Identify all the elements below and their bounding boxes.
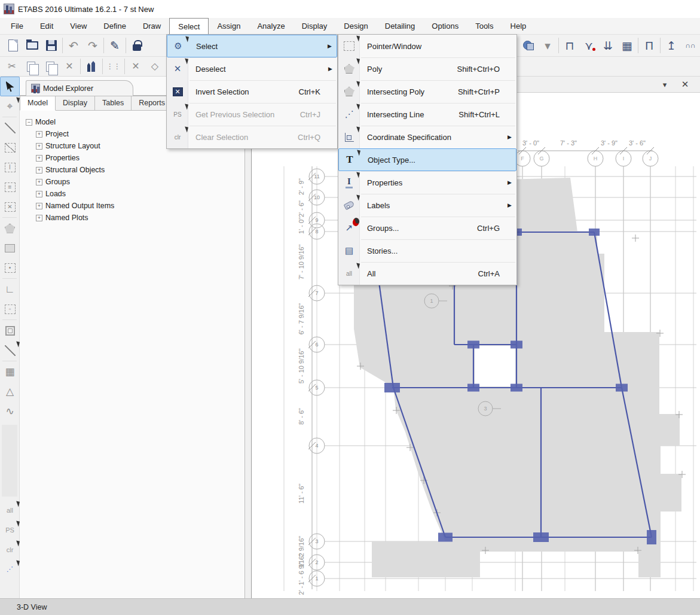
menu-item-pointer-window[interactable]: Pointer/Window xyxy=(338,35,516,57)
draw-polygon-area-icon[interactable] xyxy=(0,218,20,238)
expand-box-icon[interactable]: + xyxy=(36,203,42,209)
tree-item-groups[interactable]: +Groups xyxy=(36,176,241,188)
expand-box-icon[interactable]: + xyxy=(36,191,42,197)
new-model-icon[interactable] xyxy=(4,36,23,54)
collapse-box-icon[interactable]: − xyxy=(26,119,32,126)
menu-item-poly[interactable]: PolyShift+Ctrl+O xyxy=(338,57,516,80)
open-file-icon[interactable] xyxy=(23,36,42,54)
shape-select-icon[interactable] xyxy=(519,36,538,54)
shape-dropdown-arrow-icon[interactable]: ▾ xyxy=(538,36,557,54)
menu-item-object-type[interactable]: TObject Type... xyxy=(338,148,516,171)
draw-spline-icon[interactable]: ∿ xyxy=(0,401,20,421)
menu-options[interactable]: Options xyxy=(423,18,467,34)
menu-design[interactable]: Design xyxy=(335,18,376,34)
area-load-icon[interactable]: ▦ xyxy=(618,36,637,54)
menu-item-select[interactable]: ⚙Select▶ xyxy=(167,35,337,57)
select-all-icon[interactable]: all xyxy=(0,500,20,520)
draw-secondary-beams-icon[interactable]: ≡ xyxy=(0,177,20,197)
draw-grid-icon[interactable]: ▦ xyxy=(0,362,20,382)
explorer-tab-model[interactable]: Model xyxy=(20,96,56,111)
tree-item-properties[interactable]: +Properties xyxy=(36,152,241,164)
line-load-icon[interactable]: ⇊ xyxy=(598,36,618,54)
menu-item-labels[interactable]: Labels▶ xyxy=(338,194,516,217)
draw-line-icon[interactable] xyxy=(0,118,20,138)
menu-item-invert-selection[interactable]: ✕Invert SelectionCtrl+K xyxy=(167,80,337,103)
undo-icon[interactable]: ↶ xyxy=(64,36,83,54)
cut-icon[interactable]: ✂ xyxy=(2,57,22,75)
draw-dimension-icon[interactable] xyxy=(0,340,20,360)
menu-item-deselect[interactable]: ✕Deselect▶ xyxy=(167,57,337,80)
clear-selection-icon[interactable]: clr xyxy=(0,540,20,559)
axes-arrows-icon[interactable]: ✕ xyxy=(126,57,145,75)
draw-wall-click-icon[interactable]: ▫ xyxy=(0,299,20,319)
draw-beam-box-icon[interactable]: I xyxy=(0,157,20,177)
support-arrow-icon[interactable]: ↥ xyxy=(662,36,681,54)
menu-item-coordinate-specification[interactable]: Coordinate Specification▶ xyxy=(338,126,516,148)
pointer-select-icon[interactable] xyxy=(0,77,20,96)
view-close-icon[interactable]: ✕ xyxy=(678,79,692,90)
menu-item-intersecting-line[interactable]: ⋰Intersecting LineShift+Ctrl+L xyxy=(338,103,516,126)
menu-tools[interactable]: Tools xyxy=(467,18,502,34)
menu-view[interactable]: View xyxy=(62,18,95,34)
draw-braces-icon[interactable]: ✕ xyxy=(0,197,20,217)
view-collapse-icon[interactable]: ▾ xyxy=(658,79,671,90)
redo-icon[interactable]: ↷ xyxy=(83,36,102,54)
save-icon[interactable] xyxy=(42,36,61,54)
menu-item-intersecting-poly[interactable]: Intersecting PolyShift+Ctrl+P xyxy=(338,80,516,103)
menu-detailing[interactable]: Detailing xyxy=(377,18,424,34)
menu-edit[interactable]: Edit xyxy=(32,18,62,34)
menu-shortcut: Ctrl+J xyxy=(300,110,337,119)
draw-area-click-icon[interactable]: • xyxy=(0,258,20,278)
menu-define[interactable]: Define xyxy=(95,18,135,34)
menu-item-label: Clear Selection xyxy=(188,133,298,142)
tree-item-named-plots[interactable]: +Named Plots xyxy=(36,212,241,224)
menu-help[interactable]: Help xyxy=(502,18,535,34)
menu-assign[interactable]: Assign xyxy=(209,18,249,34)
menu-item-stories[interactable]: ▤Stories... xyxy=(338,239,516,262)
tree-item-structural-objects[interactable]: +Structural Objects xyxy=(36,164,241,176)
menu-item-label: Labels xyxy=(360,201,516,210)
menu-item-all[interactable]: allAllCtrl+A xyxy=(338,262,516,285)
explorer-tab-display[interactable]: Display xyxy=(56,96,95,111)
bridge-icon[interactable]: ∩∩ xyxy=(681,36,700,54)
model-explorer-tab[interactable]: Model Explorer xyxy=(26,80,133,96)
draw-rect-area-icon[interactable] xyxy=(0,238,20,258)
menu-draw[interactable]: Draw xyxy=(135,18,169,34)
reshape-object-icon[interactable]: ⌖ xyxy=(0,96,20,116)
menu-file[interactable]: File xyxy=(2,18,32,34)
expand-box-icon[interactable]: + xyxy=(36,179,42,185)
previous-selection-icon[interactable]: PS xyxy=(0,520,20,540)
expand-box-icon[interactable]: + xyxy=(36,143,42,150)
intersecting-line-select-icon[interactable]: ⋰ xyxy=(0,559,20,579)
menu-item-groups[interactable]: ↗Groups...Ctrl+G xyxy=(338,217,516,239)
joint-branch-icon[interactable]: ⋎ xyxy=(579,36,598,54)
tree-item-loads[interactable]: +Loads xyxy=(36,188,241,200)
story-dots-icon[interactable]: ⋮⋮ xyxy=(104,57,123,75)
expand-box-icon[interactable]: + xyxy=(36,131,42,138)
draw-tower-icon[interactable]: △ xyxy=(0,382,20,401)
menu-select[interactable]: Select xyxy=(169,18,209,34)
draw-opening-icon[interactable] xyxy=(0,321,20,340)
expand-box-icon[interactable]: + xyxy=(36,215,42,221)
draw-frame-region-icon[interactable] xyxy=(0,138,20,157)
menu-item-get-previous-selection[interactable]: PSGet Previous SelectionCtrl+J xyxy=(167,103,337,126)
menu-analyze[interactable]: Analyze xyxy=(249,18,293,34)
tree-item-named-output-items[interactable]: +Named Output Items xyxy=(36,200,241,212)
rotate-plane-icon[interactable]: ◇ xyxy=(145,57,164,75)
expand-box-icon[interactable]: + xyxy=(36,155,42,162)
expand-box-icon[interactable]: + xyxy=(36,167,42,173)
draw-frame-icon[interactable]: ⊓ xyxy=(560,36,579,54)
menu-item-label: Invert Selection xyxy=(188,87,299,96)
edit-pen-icon[interactable]: ✎ xyxy=(105,36,124,54)
menu-display[interactable]: Display xyxy=(294,18,336,34)
towers-view-icon[interactable] xyxy=(82,57,101,75)
menu-item-clear-selection[interactable]: clrClear SelectionCtrl+Q xyxy=(167,126,337,148)
frame-release-icon[interactable]: Π xyxy=(640,36,659,54)
menu-item-properties[interactable]: IProperties▶ xyxy=(338,171,516,194)
paste-icon[interactable] xyxy=(41,57,60,75)
explorer-tab-tables[interactable]: Tables xyxy=(95,96,132,111)
lock-model-icon[interactable] xyxy=(127,36,146,54)
delete-icon[interactable]: ✕ xyxy=(60,57,79,75)
draw-wall-icon[interactable]: ∟ xyxy=(0,279,20,299)
copy-icon[interactable] xyxy=(22,57,41,75)
